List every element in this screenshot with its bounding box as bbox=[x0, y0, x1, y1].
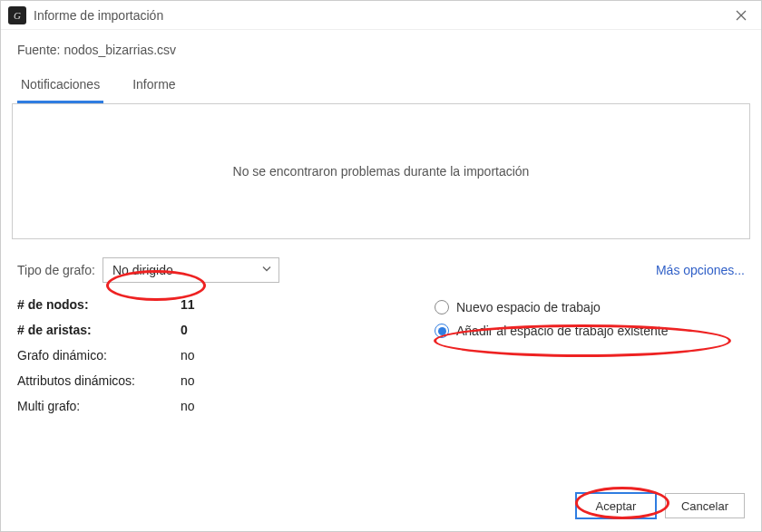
edges-count-label: # de aristas: bbox=[17, 323, 181, 337]
cancel-button[interactable]: Cancelar bbox=[665, 493, 745, 518]
radio-icon bbox=[435, 300, 449, 314]
nodes-count-value: 11 bbox=[181, 297, 195, 312]
workspace-new-label: Nuevo espacio de trabajo bbox=[456, 300, 601, 314]
multi-graph-value: no bbox=[181, 399, 195, 413]
dynamic-graph-value: no bbox=[181, 348, 195, 363]
window-title: Informe de importación bbox=[34, 8, 728, 23]
tab-report[interactable]: Informe bbox=[129, 68, 179, 103]
workspace-new-radio[interactable]: Nuevo espacio de trabajo bbox=[435, 295, 745, 319]
workspace-existing-label: Añadir al espacio de trabajo existente bbox=[456, 324, 668, 338]
graph-type-label: Tipo de grafo: bbox=[17, 263, 95, 277]
dynamic-attrs-label: Attributos dinámicos: bbox=[17, 373, 181, 388]
notifications-panel: No se encontraron problemas durante la i… bbox=[12, 103, 750, 239]
accept-button[interactable]: Aceptar bbox=[576, 493, 656, 518]
close-icon[interactable] bbox=[728, 3, 754, 28]
graph-type-value: No dirigido bbox=[112, 263, 173, 277]
workspace-existing-radio[interactable]: Añadir al espacio de trabajo existente bbox=[435, 319, 745, 343]
more-options-link[interactable]: Más opciones... bbox=[656, 263, 745, 277]
gephi-app-icon: G bbox=[8, 6, 26, 24]
source-value: nodos_bizarrias.csv bbox=[64, 43, 176, 57]
multi-graph-label: Multi grafo: bbox=[17, 399, 181, 413]
notification-message: No se encontraron problemas durante la i… bbox=[233, 164, 530, 179]
edges-count-value: 0 bbox=[181, 323, 188, 337]
tab-notifications[interactable]: Notificaciones bbox=[17, 68, 103, 103]
graph-type-select[interactable]: No dirigido bbox=[103, 257, 279, 283]
radio-icon bbox=[435, 324, 449, 338]
dynamic-graph-label: Grafo dinámico: bbox=[17, 348, 181, 363]
dynamic-attrs-value: no bbox=[181, 373, 195, 388]
source-label: Fuente: bbox=[17, 43, 60, 57]
nodes-count-label: # de nodos: bbox=[17, 297, 181, 312]
